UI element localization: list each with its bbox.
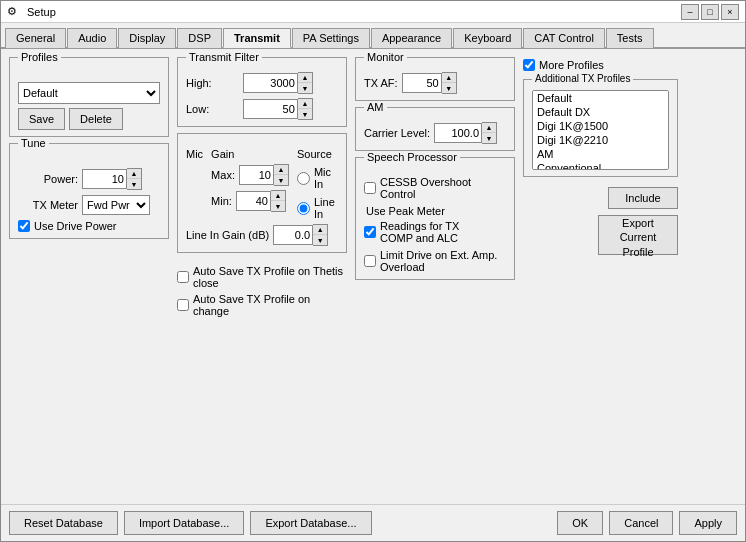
- footer-left: Reset Database Import Database... Export…: [9, 511, 372, 535]
- low-down-btn[interactable]: ▼: [298, 109, 312, 119]
- limit-drive-checkbox[interactable]: [364, 255, 376, 267]
- tx-af-input[interactable]: [402, 73, 442, 93]
- carrier-level-down-btn[interactable]: ▼: [482, 133, 496, 143]
- cessb-checkbox[interactable]: [364, 182, 376, 194]
- min-down-btn[interactable]: ▼: [271, 201, 285, 211]
- high-up-btn[interactable]: ▲: [298, 73, 312, 83]
- cancel-button[interactable]: Cancel: [609, 511, 673, 535]
- line-gain-down-btn[interactable]: ▼: [313, 235, 327, 245]
- cessb-row: CESSB Overshoot Control: [364, 176, 506, 200]
- save-button[interactable]: Save: [18, 108, 65, 130]
- main-area: Profiles Default Save Delete Tune: [9, 57, 737, 496]
- power-down-btn[interactable]: ▼: [127, 179, 141, 189]
- carrier-level-up-btn[interactable]: ▲: [482, 123, 496, 133]
- title-bar-left: ⚙ Setup: [7, 5, 56, 19]
- tab-appearance[interactable]: Appearance: [371, 28, 452, 48]
- minimize-button[interactable]: –: [681, 4, 699, 20]
- auto-save-change-checkbox[interactable]: [177, 299, 189, 311]
- low-spinner: ▲ ▼: [243, 98, 338, 120]
- max-input[interactable]: [239, 165, 274, 185]
- readings-checkbox[interactable]: [364, 226, 376, 238]
- tx-af-spinner: ▲ ▼: [402, 72, 457, 94]
- power-input[interactable]: [82, 169, 127, 189]
- mic-col: Mic: [186, 148, 203, 220]
- export-database-button[interactable]: Export Database...: [250, 511, 371, 535]
- source-col: Source Mic In Line In: [297, 148, 338, 220]
- additional-profiles-list[interactable]: Default Default DX Digi 1K@1500 Digi 1K@…: [532, 90, 669, 170]
- high-down-btn[interactable]: ▼: [298, 83, 312, 93]
- close-button[interactable]: ×: [721, 4, 739, 20]
- use-drive-power-checkbox[interactable]: [18, 220, 30, 232]
- tab-audio[interactable]: Audio: [67, 28, 117, 48]
- tx-af-down-btn[interactable]: ▼: [442, 83, 456, 93]
- tab-cat-control[interactable]: CAT Control: [523, 28, 605, 48]
- use-drive-power-label: Use Drive Power: [34, 220, 117, 232]
- import-database-button[interactable]: Import Database...: [124, 511, 245, 535]
- min-spinner-btns: ▲ ▼: [271, 190, 286, 212]
- tune-content: Power: ▲ ▼ TX Meter: [18, 158, 160, 232]
- gain-col: Gain Max: ▲ ▼: [211, 148, 289, 220]
- mic-grid: Mic Gain Max: ▲ ▼: [186, 148, 338, 220]
- mic-panel: Mic Gain Max: ▲ ▼: [177, 133, 347, 253]
- min-up-btn[interactable]: ▲: [271, 191, 285, 201]
- am-title: AM: [364, 101, 387, 113]
- tx-meter-select[interactable]: Fwd Pwr Ref Pwr ALC Mic: [82, 195, 150, 215]
- profiles-content: Default Save Delete: [18, 72, 160, 130]
- low-up-btn[interactable]: ▲: [298, 99, 312, 109]
- additional-profiles-title: Additional TX Profiles: [532, 73, 633, 84]
- carrier-level-input[interactable]: [434, 123, 482, 143]
- more-profiles-checkbox[interactable]: [523, 59, 535, 71]
- tx-af-up-btn[interactable]: ▲: [442, 73, 456, 83]
- tab-general[interactable]: General: [5, 28, 66, 48]
- min-spinner: ▲ ▼: [236, 190, 286, 212]
- high-spinner: ▲ ▼: [243, 72, 338, 94]
- line-in-radio[interactable]: [297, 202, 310, 215]
- speech-processor-title: Speech Processor: [364, 151, 460, 163]
- additional-profiles-panel: Additional TX Profiles Default Default D…: [523, 79, 678, 177]
- cessb-label: CESSB Overshoot Control: [380, 176, 506, 200]
- line-gain-up-btn[interactable]: ▲: [313, 225, 327, 235]
- auto-save-close-row: Auto Save TX Profile on Thetis close: [177, 265, 347, 289]
- line-gain-spinner-btns: ▲ ▼: [313, 224, 328, 246]
- tab-transmit[interactable]: Transmit: [223, 28, 291, 48]
- high-input[interactable]: [243, 73, 298, 93]
- low-input[interactable]: [243, 99, 298, 119]
- reset-database-button[interactable]: Reset Database: [9, 511, 118, 535]
- mic-in-radio[interactable]: [297, 172, 310, 185]
- tab-pa-settings[interactable]: PA Settings: [292, 28, 370, 48]
- tab-dsp[interactable]: DSP: [177, 28, 222, 48]
- footer: Reset Database Import Database... Export…: [1, 504, 745, 541]
- delete-button[interactable]: Delete: [69, 108, 123, 130]
- ok-button[interactable]: OK: [557, 511, 603, 535]
- transmit-filter-content: High: ▲ ▼ Low: ▲: [186, 72, 338, 120]
- max-down-btn[interactable]: ▼: [274, 175, 288, 185]
- max-up-btn[interactable]: ▲: [274, 165, 288, 175]
- app-icon: ⚙: [7, 5, 21, 19]
- auto-save-change-label: Auto Save TX Profile on change: [193, 293, 347, 317]
- use-peak-label: Use Peak Meter: [366, 205, 506, 217]
- tab-tests[interactable]: Tests: [606, 28, 654, 48]
- power-up-btn[interactable]: ▲: [127, 169, 141, 179]
- monitor-panel: Monitor TX AF: ▲ ▼: [355, 57, 515, 101]
- title-bar: ⚙ Setup – □ ×: [1, 1, 745, 23]
- line-in-row: Line In: [297, 196, 338, 220]
- transmit-filter-panel: Transmit Filter High: ▲ ▼ Low:: [177, 57, 347, 127]
- monitor-column: Monitor TX AF: ▲ ▼ AM: [355, 57, 515, 496]
- mic-header: Mic: [186, 148, 203, 160]
- right-column: More Profiles Additional TX Profiles Def…: [523, 57, 678, 496]
- line-gain-input[interactable]: [273, 225, 313, 245]
- maximize-button[interactable]: □: [701, 4, 719, 20]
- tab-keyboard[interactable]: Keyboard: [453, 28, 522, 48]
- min-label: Min:: [211, 195, 232, 207]
- profile-select[interactable]: Default: [18, 82, 160, 104]
- max-spinner: ▲ ▼: [239, 164, 289, 186]
- tx-meter-label: TX Meter: [18, 199, 78, 211]
- apply-button[interactable]: Apply: [679, 511, 737, 535]
- export-current-profile-button[interactable]: Export Current Profile: [598, 215, 678, 255]
- max-row: Max: ▲ ▼: [211, 164, 289, 186]
- max-label: Max:: [211, 169, 235, 181]
- tab-display[interactable]: Display: [118, 28, 176, 48]
- include-button[interactable]: Include: [608, 187, 678, 209]
- auto-save-close-checkbox[interactable]: [177, 271, 189, 283]
- min-input[interactable]: [236, 191, 271, 211]
